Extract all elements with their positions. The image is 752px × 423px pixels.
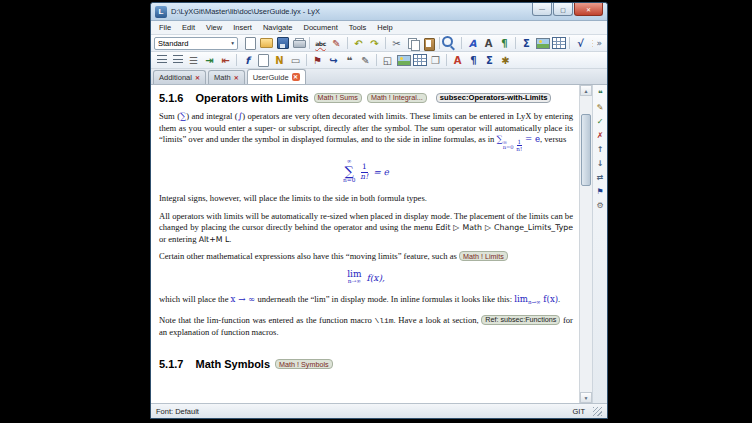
index-inset[interactable]: Math ! Limits	[459, 251, 508, 261]
footnote-icon[interactable]: f	[240, 53, 255, 68]
text-style-icon[interactable]: A	[450, 53, 465, 68]
index-inset[interactable]: Math ! Sums	[314, 93, 362, 103]
tab-userguide[interactable]: UserGuide ✕	[247, 69, 306, 84]
numbered-list-icon[interactable]	[154, 53, 169, 68]
toggle-math-toolbar-icon[interactable]: √	[573, 36, 588, 51]
thesaurus-icon[interactable]: ✱	[498, 53, 513, 68]
menu-help[interactable]: Help	[372, 22, 397, 33]
paragraph-style-selector[interactable]: Standard ▾	[154, 37, 238, 50]
inline-math-lim[interactable]: limn→∞ f(x)	[514, 294, 558, 304]
increase-depth-icon[interactable]: ⇥	[202, 53, 217, 68]
menu-view[interactable]: View	[201, 22, 227, 33]
math-panel-icon[interactable]: Σ	[482, 53, 497, 68]
cross-reference-icon[interactable]: ↪	[326, 53, 341, 68]
menu-tools[interactable]: Tools	[344, 22, 372, 33]
accept-change-icon[interactable]: ✓	[594, 115, 606, 127]
reject-change-icon[interactable]: ✗	[594, 129, 606, 141]
settings-icon[interactable]: ⚙	[594, 199, 606, 211]
document-canvas[interactable]: 5.1.6 Operators with Limits Math ! Sums …	[151, 85, 579, 403]
insert-citation-icon[interactable]: ❝	[342, 53, 357, 68]
redo-icon[interactable]: ↷	[367, 36, 382, 51]
resize-grip[interactable]	[593, 407, 602, 416]
section-heading-516[interactable]: 5.1.6 Operators with Limits Math ! Sums …	[159, 92, 573, 104]
margin-note-icon[interactable]	[256, 53, 271, 68]
menu-edit[interactable]: Edit	[177, 22, 200, 33]
scroll-up-arrow-icon[interactable]: ▲	[580, 85, 592, 96]
paragraph-settings-icon[interactable]: ¶	[466, 53, 481, 68]
bookmark-icon[interactable]: ⚑	[594, 185, 606, 197]
paragraph-2[interactable]: Integral signs, however, will place the …	[159, 193, 573, 205]
decrease-depth-icon[interactable]: ⇤	[218, 53, 233, 68]
description-list-icon[interactable]: ☰	[186, 53, 201, 68]
new-document-icon[interactable]	[243, 36, 258, 51]
maximize-button-icon[interactable]: ▢	[553, 3, 573, 16]
menu-file[interactable]: File	[154, 22, 176, 33]
save-document-icon[interactable]	[275, 36, 290, 51]
merge-changes-icon[interactable]: ⇄	[594, 171, 606, 183]
paragraph-5[interactable]: which will place the x → ∞ underneath th…	[159, 294, 573, 309]
next-change-icon[interactable]: ↓	[594, 157, 606, 169]
insert-table-icon[interactable]	[551, 36, 566, 51]
status-font: Font: Default	[156, 407, 573, 416]
paragraph-1[interactable]: Sum (∑) and integral (∫) operators are v…	[159, 111, 573, 152]
print-icon[interactable]	[291, 36, 306, 51]
toolbar-overflow-icon[interactable]: »	[594, 38, 604, 48]
insert-box-icon[interactable]: ▭	[288, 53, 303, 68]
bullet-list-icon[interactable]	[170, 53, 185, 68]
outline-icon[interactable]: ☰	[589, 36, 593, 51]
minimize-button-icon[interactable]: —	[532, 3, 552, 16]
scroll-down-arrow-icon[interactable]: ▼	[580, 392, 592, 403]
section-heading-517[interactable]: 5.1.7 Math Symbols Math ! Symbols	[159, 358, 573, 370]
paragraph-4[interactable]: Certain other mathematical expressions a…	[159, 251, 573, 263]
insert-float-icon[interactable]: ◱	[380, 53, 395, 68]
tab-close-icon[interactable]: ✕	[195, 75, 200, 81]
tab-additional[interactable]: Additional ✕	[153, 70, 206, 84]
label-inset[interactable]: subsec:Operators-with-Limits	[436, 93, 552, 103]
noun-icon[interactable]: A	[481, 36, 496, 51]
toolbar-separator	[376, 54, 377, 66]
previous-change-icon[interactable]: ↑	[594, 143, 606, 155]
index-inset[interactable]: Math ! Integral...	[367, 93, 427, 103]
paste-icon[interactable]	[421, 36, 436, 51]
include-file-icon[interactable]: ❐	[428, 53, 443, 68]
cut-icon[interactable]: ✂	[389, 36, 404, 51]
tab-math[interactable]: Math ✕	[208, 70, 245, 84]
close-button-icon[interactable]: ✕	[574, 3, 603, 16]
insert-graphics-icon[interactable]	[396, 53, 411, 68]
toolbar-separator	[385, 37, 386, 49]
insert-math-icon[interactable]: Σ	[519, 36, 534, 51]
insert-label-icon[interactable]: ⚑	[310, 53, 325, 68]
tab-close-icon[interactable]: ✕	[292, 73, 300, 81]
emphasis-icon[interactable]: A	[465, 36, 480, 51]
menu-insert[interactable]: Insert	[228, 22, 257, 33]
apply-style-icon[interactable]: ¶	[497, 36, 512, 51]
vertical-scrollbar[interactable]: ▲ ▼	[579, 85, 592, 403]
note-icon[interactable]: ✎	[594, 101, 606, 113]
scrollbar-track[interactable]	[580, 96, 592, 392]
inline-math-sum[interactable]: ∑∞n=0 1n! = e	[496, 134, 539, 144]
open-document-icon[interactable]	[259, 36, 274, 51]
tab-close-icon[interactable]: ✕	[234, 75, 239, 81]
menu-navigate[interactable]: Navigate	[258, 22, 298, 33]
comment-icon[interactable]: ❝	[594, 87, 606, 99]
index-inset[interactable]: Math ! Symbols	[275, 359, 333, 369]
display-formula-lim[interactable]: limn→∞ f(x),	[159, 270, 573, 285]
menu-document[interactable]: Document	[299, 22, 343, 33]
insert-note-icon[interactable]: N	[272, 53, 287, 68]
scrollbar-thumb[interactable]	[581, 114, 591, 186]
cross-reference-inset[interactable]: Ref: subsec:Functions	[481, 315, 560, 325]
find-replace-icon[interactable]	[443, 36, 458, 51]
paragraph-3[interactable]: All operators with limits will be automa…	[159, 211, 573, 246]
undo-icon[interactable]: ↶	[351, 36, 366, 51]
paragraph-6[interactable]: Note that the lim-function was entered a…	[159, 315, 573, 339]
spellcheck-icon[interactable]: abc	[313, 36, 328, 51]
title-bar[interactable]: L D:\LyXGit\Master\lib\doc\UserGuide.lyx…	[151, 3, 607, 21]
track-changes-icon[interactable]: ✎	[329, 36, 344, 51]
toolbar-separator	[461, 37, 462, 49]
display-formula-sum[interactable]: ∞∑n=0 1n! = e	[159, 159, 573, 184]
insert-table-icon[interactable]	[412, 53, 427, 68]
copy-icon[interactable]	[405, 36, 420, 51]
inline-math[interactable]: x → ∞	[231, 294, 256, 304]
index-entry-icon[interactable]: ✎	[358, 53, 373, 68]
insert-graphics-icon[interactable]	[535, 36, 550, 51]
